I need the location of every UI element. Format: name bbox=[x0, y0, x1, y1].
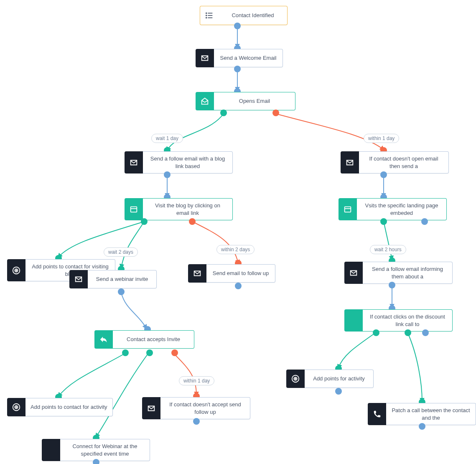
chip-wait-2-hours[interactable]: wait 2 hours bbox=[370, 245, 406, 254]
connector-dot[interactable] bbox=[421, 218, 428, 225]
node-label: Send a follow email informing them about… bbox=[363, 262, 453, 284]
node-connect-webinar[interactable]: Connect for Webinar at the specified eve… bbox=[42, 439, 150, 461]
svg-point-4 bbox=[206, 15, 207, 16]
reply-icon bbox=[94, 330, 113, 349]
node-follow-inform[interactable]: Send a follow email informing them about… bbox=[344, 262, 453, 284]
svg-rect-6 bbox=[131, 207, 137, 212]
node-label: Patch a call between the contact and the bbox=[386, 403, 476, 425]
svg-point-3 bbox=[206, 13, 207, 14]
node-add-points-activity-2[interactable]: Add points for activity bbox=[286, 370, 374, 388]
connector-dot-yes[interactable] bbox=[141, 218, 148, 225]
svg-rect-8 bbox=[345, 207, 351, 212]
node-if-not-open[interactable]: If contact doesn't open email then send … bbox=[341, 151, 449, 173]
connector-dot-yes[interactable] bbox=[373, 329, 379, 336]
node-send-followup[interactable]: Send email to follow up bbox=[188, 264, 275, 283]
connector-dot-no[interactable] bbox=[272, 110, 279, 116]
connector-dot[interactable] bbox=[335, 388, 342, 395]
connector-dot-yes[interactable] bbox=[405, 329, 411, 336]
node-send-follow-blog[interactable]: Send a follow email with a blog link bas… bbox=[125, 151, 233, 173]
list-icon bbox=[200, 6, 219, 25]
page-icon bbox=[339, 198, 357, 220]
phone-icon bbox=[368, 403, 386, 425]
connector-dot[interactable] bbox=[193, 418, 200, 425]
mail-open-icon bbox=[196, 92, 214, 110]
node-label: Send a webinar invite bbox=[88, 270, 157, 288]
node-label: Send a Welcome Email bbox=[214, 49, 283, 67]
mail-icon bbox=[142, 397, 160, 419]
target-plus-icon bbox=[7, 259, 25, 281]
node-label: If contact clicks on the discount link c… bbox=[363, 309, 453, 331]
node-label: Opens Email bbox=[214, 92, 295, 110]
connector-dot[interactable] bbox=[380, 171, 387, 178]
node-send-welcome-email[interactable]: Send a Welcome Email bbox=[196, 49, 283, 67]
connector-dot-no[interactable] bbox=[189, 218, 196, 225]
node-label: Connect for Webinar at the specified eve… bbox=[60, 439, 150, 461]
node-label: Send email to follow up bbox=[206, 264, 275, 283]
connector-dot[interactable] bbox=[234, 66, 241, 72]
workflow-canvas[interactable]: { "nodes": { "start": {"label":"Contact … bbox=[0, 0, 476, 464]
node-visits-landing[interactable]: Vsits the specific landing page embeded bbox=[339, 198, 447, 220]
node-clicks-discount[interactable]: If contact clicks on the discount link c… bbox=[344, 309, 453, 331]
page-icon bbox=[125, 198, 143, 220]
chip-within-1-day[interactable]: within 1 day bbox=[364, 134, 399, 143]
connector-dot[interactable] bbox=[389, 282, 395, 288]
node-label: Contact accepts Invite bbox=[113, 330, 194, 349]
node-label: If contact doesn't accept send follow up bbox=[160, 397, 250, 419]
mail-icon bbox=[344, 262, 363, 284]
node-label: Add points for activity bbox=[305, 370, 374, 388]
node-label: Contact Identified bbox=[219, 6, 288, 25]
chip-wait-2-days[interactable]: wait 2 days bbox=[104, 247, 138, 257]
mail-icon bbox=[341, 151, 359, 173]
node-label: Vsits the specific landing page embeded bbox=[357, 198, 447, 220]
node-label: Send a follow email with a blog link bas… bbox=[143, 151, 233, 173]
mail-icon bbox=[69, 270, 88, 288]
node-patch-call[interactable]: Patch a call between the contact and the bbox=[368, 403, 476, 425]
chip-within-2-days[interactable]: within 2 days bbox=[216, 245, 255, 254]
chip-wait-1-day[interactable]: wait 1 day bbox=[151, 134, 183, 143]
mail-icon bbox=[188, 264, 206, 283]
node-visit-blog[interactable]: Visit the blog by clicking on email link bbox=[125, 198, 233, 220]
connector-dot-no[interactable] bbox=[171, 349, 178, 356]
connector-dot[interactable] bbox=[422, 329, 429, 336]
connector-dot[interactable] bbox=[164, 171, 171, 178]
mail-icon bbox=[125, 151, 143, 173]
blank-icon bbox=[344, 309, 363, 331]
target-plus-icon bbox=[286, 370, 305, 388]
connector-dot[interactable] bbox=[235, 283, 242, 289]
node-label: Visit the blog by clicking on email link bbox=[143, 198, 233, 220]
node-accepts-invite[interactable]: Contact accepts Invite bbox=[94, 330, 194, 349]
svg-point-5 bbox=[206, 18, 207, 18]
connector-dot[interactable] bbox=[234, 23, 241, 29]
connector-dot-yes[interactable] bbox=[380, 218, 387, 225]
node-webinar-invite[interactable]: Send a webinar invite bbox=[69, 270, 157, 288]
blank-icon bbox=[42, 439, 60, 461]
chip-within-1-day-2[interactable]: within 1 day bbox=[179, 376, 214, 385]
node-label: If contact doesn't open email then send … bbox=[359, 151, 449, 173]
mail-icon bbox=[196, 49, 214, 67]
node-if-not-accept[interactable]: If contact doesn't accept send follow up bbox=[142, 397, 250, 419]
connector-dot-yes[interactable] bbox=[122, 349, 129, 356]
node-label: Add points to contact for activity bbox=[25, 398, 113, 416]
node-contact-identified[interactable]: Contact Identified bbox=[200, 6, 288, 25]
connector-dot-yes[interactable] bbox=[220, 110, 227, 116]
connector-dot[interactable] bbox=[93, 459, 99, 464]
target-plus-icon bbox=[7, 398, 25, 416]
connector-dot[interactable] bbox=[419, 423, 425, 430]
connector-dot-yes[interactable] bbox=[146, 349, 153, 356]
node-add-points-activity[interactable]: Add points to contact for activity bbox=[7, 398, 113, 416]
node-opens-email[interactable]: Opens Email bbox=[196, 92, 295, 110]
connector-dot[interactable] bbox=[118, 288, 125, 295]
